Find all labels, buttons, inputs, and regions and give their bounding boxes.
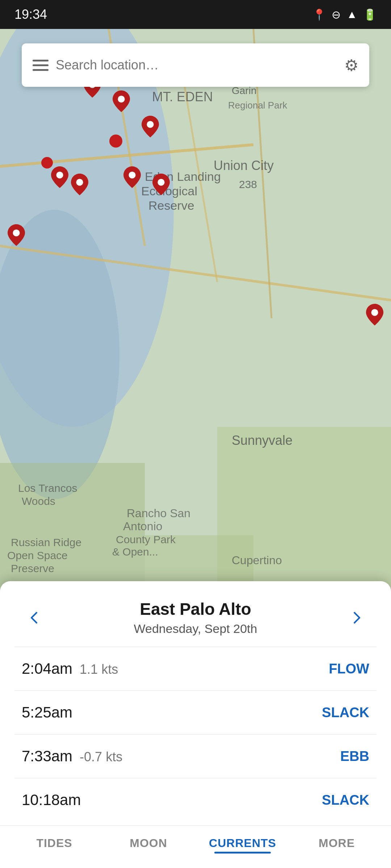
tab-label-more: MORE [319, 837, 355, 850]
current-type: EBB [340, 749, 369, 764]
svg-text:Los Trancos: Los Trancos [18, 482, 77, 494]
map-pin-4[interactable] [141, 116, 159, 137]
svg-point-46 [56, 171, 63, 178]
next-day-button[interactable] [344, 605, 369, 630]
svg-text:MT. EDEN: MT. EDEN [152, 89, 213, 104]
status-icons: 📍 ⊖ ▲ 🔋 [312, 8, 377, 21]
search-input[interactable] [56, 58, 337, 73]
svg-text:Woods: Woods [22, 495, 55, 507]
location-icon: 📍 [312, 8, 326, 21]
tab-currents[interactable]: CURRENTS [196, 826, 290, 854]
current-row: 2:04am1.1 ktsFLOW [0, 647, 391, 690]
current-speed: -0.7 kts [80, 749, 122, 765]
tab-label-tides: TIDES [36, 837, 72, 850]
svg-point-37 [109, 135, 122, 148]
svg-point-45 [147, 121, 154, 128]
map-pin-5[interactable] [51, 166, 69, 188]
current-type: SLACK [322, 705, 369, 720]
search-bar: ⚙ [22, 43, 369, 87]
tab-label-currents: CURRENTS [209, 837, 276, 850]
sheet-date: Wednesday, Sept 20th [47, 622, 344, 636]
svg-point-50 [13, 229, 20, 236]
current-time: 10:18am [22, 791, 81, 809]
tab-active-indicator [214, 852, 271, 854]
bottom-sheet: East Palo Alto Wednesday, Sept 20th 2:04… [0, 581, 391, 868]
current-time: 5:25am [22, 704, 72, 721]
svg-text:Reserve: Reserve [148, 199, 194, 212]
svg-text:Cupertino: Cupertino [232, 554, 282, 567]
current-time: 7:33am [22, 748, 72, 765]
svg-point-51 [371, 309, 378, 316]
current-type: FLOW [329, 661, 369, 677]
svg-text:& Open...: & Open... [112, 546, 158, 558]
map-pin-8[interactable] [152, 174, 170, 195]
menu-icon[interactable] [33, 60, 49, 71]
map-pin-3[interactable] [112, 90, 130, 112]
map-pin-selected[interactable] [7, 224, 25, 246]
svg-point-44 [118, 95, 125, 102]
current-row: 10:18amSLACK [0, 778, 391, 822]
tab-label-moon: MOON [130, 837, 167, 850]
gear-icon[interactable]: ⚙ [344, 56, 358, 75]
location-name: East Palo Alto [47, 599, 344, 619]
current-row: 7:33am-0.7 ktsEBB [0, 735, 391, 778]
svg-text:238: 238 [239, 178, 257, 190]
tab-bar: TIDESMOONCURRENTSMORE [0, 825, 391, 854]
svg-point-49 [157, 179, 164, 186]
tab-tides[interactable]: TIDES [7, 826, 101, 854]
svg-point-48 [129, 171, 135, 178]
svg-text:Antonio: Antonio [123, 520, 163, 533]
status-bar: 19:34 📍 ⊖ ▲ 🔋 [0, 0, 391, 29]
current-speed: 1.1 kts [80, 662, 118, 677]
svg-text:Union City: Union City [214, 158, 274, 173]
dnd-icon: ⊖ [332, 8, 341, 21]
svg-point-47 [76, 179, 83, 186]
location-title-block: East Palo Alto Wednesday, Sept 20th [47, 599, 344, 636]
map-pin-right[interactable] [366, 304, 384, 326]
battery-icon: 🔋 [363, 8, 377, 21]
prev-day-button[interactable] [22, 605, 47, 630]
svg-text:Russian Ridge: Russian Ridge [11, 536, 81, 548]
map-pin-6[interactable] [71, 174, 89, 195]
svg-text:Preserve: Preserve [11, 562, 54, 574]
current-row: 5:25amSLACK [0, 691, 391, 734]
tab-moon[interactable]: MOON [101, 826, 196, 854]
current-time: 2:04am [22, 660, 72, 677]
svg-text:Open Space: Open Space [7, 549, 68, 561]
svg-text:County Park: County Park [116, 533, 176, 545]
svg-text:Sunnyvale: Sunnyvale [232, 433, 293, 448]
status-time: 19:34 [14, 7, 47, 22]
svg-text:Rancho San: Rancho San [127, 507, 190, 520]
map-pin-7[interactable] [123, 166, 141, 188]
svg-text:Regional Park: Regional Park [228, 100, 287, 111]
tab-more[interactable]: MORE [290, 826, 384, 854]
wifi-icon: ▲ [346, 8, 357, 21]
sheet-header: East Palo Alto Wednesday, Sept 20th [0, 581, 391, 647]
currents-list: 2:04am1.1 ktsFLOW5:25amSLACK7:33am-0.7 k… [0, 647, 391, 822]
current-type: SLACK [322, 792, 369, 808]
